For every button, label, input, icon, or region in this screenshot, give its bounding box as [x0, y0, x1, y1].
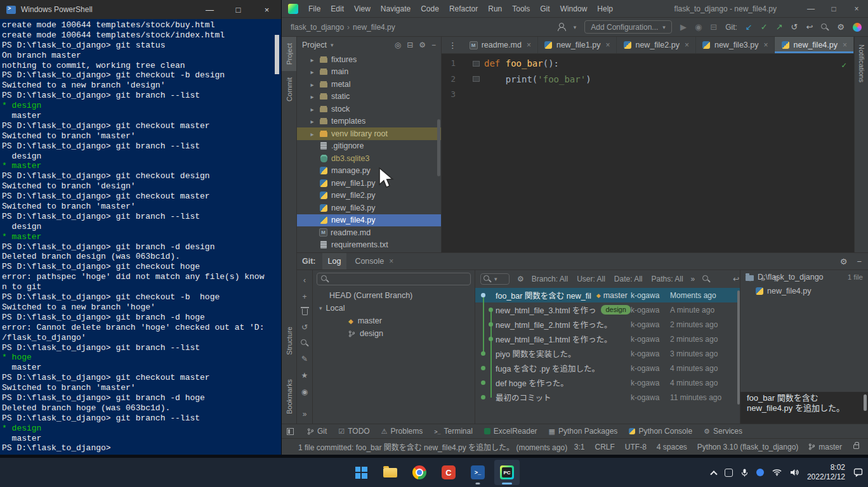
project-tree-item[interactable]: requirements.txt	[297, 239, 441, 252]
menu-item[interactable]: Navigate	[376, 0, 416, 18]
project-tree-item[interactable]: new_file2.py	[297, 190, 441, 202]
commit-message-view[interactable]: foo_bar 関数を含む new_file4.py を追加した。	[740, 392, 868, 424]
git-push-icon[interactable]: ↗	[776, 23, 783, 31]
search-icon[interactable]	[301, 339, 308, 347]
git-update-icon[interactable]: ↙	[746, 23, 753, 31]
scrollbar-thumb[interactable]	[275, 35, 279, 74]
git-tab-log[interactable]: Log	[322, 253, 347, 269]
tool-window-button[interactable]: Python Packages	[543, 425, 624, 437]
current-branch-widget[interactable]: master	[808, 443, 842, 451]
user-account-icon[interactable]	[557, 23, 565, 31]
commit-row[interactable]: new_html_file_3.html を作っ design k-ogawa …	[475, 302, 740, 317]
minimize-icon[interactable]: —	[195, 0, 224, 19]
editor-tab[interactable]: new_file4.py ×	[775, 37, 854, 53]
project-tree-item[interactable]: stock	[297, 103, 441, 115]
search-icon[interactable]	[702, 275, 710, 283]
run-icon[interactable]: ▶	[680, 23, 687, 31]
project-tree-item[interactable]: db3.sqlite3	[297, 152, 441, 165]
commit-row[interactable]: 最初のコミット k-ogawa 11 minutes ago	[475, 390, 740, 405]
settings-gear-icon[interactable]: ⚙	[837, 23, 845, 31]
project-tree-item[interactable]: new_file1.py	[297, 177, 441, 190]
menu-item[interactable]: Run	[483, 0, 507, 18]
commit-row[interactable]: piyo 関数を実装した。 k-ogawa 3 minutes ago	[475, 346, 740, 361]
branch-item[interactable]: ◆ master	[313, 315, 475, 327]
learn-plugin-icon[interactable]	[853, 23, 862, 32]
menu-item[interactable]: Code	[416, 0, 444, 18]
edit-icon[interactable]: ✎	[301, 354, 308, 363]
minimize-icon[interactable]: —	[799, 0, 822, 17]
plus-icon[interactable]: +	[302, 292, 306, 301]
project-tree-item[interactable]: venv library root	[297, 127, 441, 140]
close-tab-icon[interactable]: ×	[605, 41, 610, 49]
commit-ref-label[interactable]: master	[596, 291, 628, 300]
scrollbar-thumb[interactable]	[864, 394, 867, 411]
menu-item[interactable]: Help	[592, 0, 618, 18]
project-tree-item[interactable]: metal	[297, 78, 441, 91]
caret-position[interactable]: 3:1	[574, 443, 585, 451]
commit-row[interactable]: def hoge を作った。 k-ogawa 4 minutes ago	[475, 375, 740, 390]
project-tree-item[interactable]: new_file4.py	[297, 214, 441, 227]
tool-window-button[interactable]: Python Console	[623, 425, 698, 437]
debug-icon[interactable]: ◉	[695, 23, 702, 31]
collapse-all-icon[interactable]: ⊟	[407, 41, 413, 49]
status-message[interactable]: 1 file committed: foo_bar 関数を含む new_file…	[298, 441, 567, 452]
microphone-icon[interactable]	[741, 469, 748, 477]
hide-panel-icon[interactable]: −	[857, 257, 862, 266]
intellisort-icon[interactable]	[723, 277, 727, 281]
breadcrumb-project[interactable]: flask_to_django	[291, 23, 344, 32]
tool-button-notifications[interactable]: Notifications	[858, 44, 865, 82]
close-tab-icon[interactable]: ×	[685, 41, 689, 49]
line-separator[interactable]: CRLF	[595, 443, 614, 451]
menu-item[interactable]: Tools	[507, 0, 535, 18]
wifi-icon[interactable]	[772, 469, 782, 476]
tool-window-button[interactable]: Services	[698, 425, 748, 437]
tool-window-button[interactable]: Git	[301, 425, 332, 437]
local-branches-group[interactable]: ▾ Local	[313, 302, 475, 315]
editor-tab[interactable]: readme.md ×	[463, 37, 538, 53]
pycharm-taskbar-icon[interactable]	[494, 460, 520, 485]
menu-item[interactable]: View	[349, 0, 376, 18]
project-tree-item[interactable]: templates	[297, 115, 441, 128]
eye-icon[interactable]: ◉	[301, 387, 308, 396]
chevron-right-icon[interactable]	[308, 55, 316, 64]
trash-icon[interactable]	[302, 309, 308, 315]
more-icon[interactable]: »	[303, 410, 307, 419]
commit-row[interactable]: fuga を含む .py を追加した。 k-ogawa 4 minutes ag…	[475, 361, 740, 375]
commit-row[interactable]: new_html_file_2.html を作った。 k-ogawa 2 min…	[475, 317, 740, 332]
hide-panel-icon[interactable]: −	[431, 41, 436, 49]
coverage-icon[interactable]: ⊟	[710, 23, 717, 31]
tool-button-structure[interactable]: Structure	[286, 320, 293, 361]
tool-button-commit[interactable]: Commit	[282, 71, 296, 108]
more-icon[interactable]: »	[691, 275, 695, 283]
gear-icon[interactable]: ⚙	[517, 275, 524, 283]
scrollbar-thumb[interactable]	[437, 119, 440, 176]
bluetooth-device-icon[interactable]	[756, 469, 764, 476]
python-interpreter[interactable]: Python 3.10 (flask_to_django)	[697, 443, 798, 451]
commit-row[interactable]: foo_bar 関数を含む new_fil master k-ogawa Mom…	[475, 288, 740, 302]
project-tree-item[interactable]: .gitignore	[297, 140, 441, 153]
project-tree-item[interactable]: main	[297, 66, 441, 79]
taskbar-clock[interactable]: 8:02 2022/12/12	[807, 463, 845, 482]
fold-marker-icon[interactable]	[473, 76, 480, 82]
indent-setting[interactable]: 4 spaces	[657, 443, 687, 451]
project-panel-header[interactable]: Project ▾ ◎ ⊟ ⚙ −	[297, 37, 441, 53]
red-app-icon[interactable]	[436, 460, 461, 485]
menu-item[interactable]: Window	[555, 0, 593, 18]
close-tab-icon[interactable]: ×	[527, 41, 531, 49]
terminal-output[interactable]: create mode 100644 templates/stock/buy.h…	[0, 19, 281, 455]
log-filter[interactable]: Date: All	[614, 275, 643, 283]
star-icon[interactable]: ★	[301, 371, 308, 380]
project-tree-item[interactable]: new_file3.py	[297, 202, 441, 214]
git-commit-check-icon[interactable]: ✓	[761, 23, 768, 31]
maximize-icon[interactable]: □	[822, 0, 845, 17]
log-filter[interactable]: Paths: All	[652, 275, 683, 283]
notifications-icon[interactable]	[853, 468, 863, 477]
gear-icon[interactable]: ⚙	[840, 257, 848, 266]
tool-window-button[interactable]: Problems	[376, 425, 429, 437]
close-tab-icon[interactable]: ×	[843, 41, 847, 49]
log-filter[interactable]: Branch: All	[532, 275, 568, 283]
project-tree-item[interactable]: fixtures	[297, 53, 441, 66]
git-tab-console[interactable]: Console ×	[349, 253, 399, 269]
code-editor[interactable]: 1 def foo_bar(): 2 print('foo_bar') 3 ✓	[442, 54, 854, 252]
chevron-right-icon[interactable]	[308, 92, 316, 101]
